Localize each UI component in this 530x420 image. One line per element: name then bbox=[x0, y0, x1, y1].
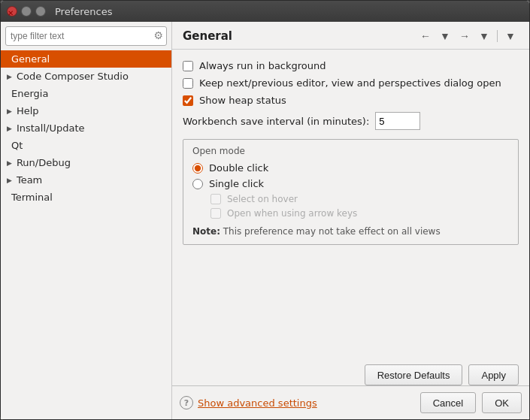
keep-editor-row: Keep next/previous editor, view and pers… bbox=[183, 77, 519, 89]
maximize-button[interactable] bbox=[35, 6, 46, 17]
menu-button[interactable]: ▼ bbox=[502, 28, 519, 44]
double-click-radio[interactable] bbox=[192, 163, 203, 174]
restore-defaults-button[interactable]: Restore Defaults bbox=[365, 364, 463, 385]
note-prefix: Note: bbox=[192, 226, 220, 237]
filter-box: ⚙ bbox=[5, 26, 167, 46]
open-arrow-row: Open when using arrow keys bbox=[210, 208, 509, 219]
open-arrow-label: Open when using arrow keys bbox=[227, 208, 357, 219]
always-run-bg-label: Always run in background bbox=[199, 60, 326, 71]
sidebar-item-label: Terminal bbox=[11, 192, 53, 203]
sidebar-item-label: Energia bbox=[11, 88, 48, 99]
restore-apply-row: Restore Defaults Apply bbox=[172, 360, 529, 385]
help-icon[interactable]: ? bbox=[180, 396, 193, 409]
toolbar-separator bbox=[497, 30, 498, 42]
keep-editor-label: Keep next/previous editor, view and pers… bbox=[199, 77, 501, 89]
sidebar-item-terminal[interactable]: Terminal bbox=[1, 189, 171, 206]
preferences-window: ✕ Preferences ⚙ General ▶ Code Composer … bbox=[0, 0, 530, 420]
expand-arrow-icon: ▶ bbox=[7, 107, 12, 115]
double-click-row: Double click bbox=[192, 162, 509, 174]
keep-editor-checkbox[interactable] bbox=[183, 78, 193, 89]
expand-arrow-icon: ▶ bbox=[7, 177, 12, 184]
show-heap-label: Show heap status bbox=[199, 95, 286, 106]
panel-header: General ← ▼ → ▼ ▼ bbox=[172, 22, 529, 50]
sidebar-item-help[interactable]: ▶ Help bbox=[1, 102, 171, 119]
filter-input[interactable] bbox=[5, 26, 167, 46]
window-controls: ✕ bbox=[7, 6, 46, 17]
sidebar-item-label: Run/Debug bbox=[17, 157, 71, 168]
expand-arrow-icon: ▶ bbox=[7, 73, 12, 80]
main-content: ⚙ General ▶ Code Composer Studio Energia… bbox=[1, 22, 529, 419]
single-click-radio[interactable] bbox=[192, 179, 203, 189]
footer: ? Show advanced settings Cancel OK bbox=[172, 385, 529, 419]
sidebar-item-code-composer[interactable]: ▶ Code Composer Studio bbox=[1, 68, 171, 85]
workbench-row: Workbench save interval (in minutes): bbox=[183, 112, 519, 130]
workbench-label: Workbench save interval (in minutes): bbox=[183, 116, 369, 127]
sidebar-item-label: Install/Update bbox=[17, 122, 85, 134]
open-mode-group: Open mode Double click Single click S bbox=[183, 139, 519, 245]
sidebar-item-general[interactable]: General bbox=[1, 50, 171, 68]
sidebar-item-label: Help bbox=[17, 105, 39, 116]
close-button[interactable]: ✕ bbox=[7, 6, 17, 17]
titlebar: ✕ Preferences bbox=[1, 1, 529, 22]
filter-icon: ⚙ bbox=[153, 29, 163, 41]
panel-body: Always run in background Keep next/previ… bbox=[172, 50, 529, 360]
sidebar-item-install-update[interactable]: ▶ Install/Update bbox=[1, 119, 171, 137]
back-button[interactable]: ← bbox=[417, 28, 434, 44]
sidebar-item-energia[interactable]: Energia bbox=[1, 85, 171, 102]
note-row: Note: This preference may not take effec… bbox=[192, 226, 509, 237]
sidebar-item-run-debug[interactable]: ▶ Run/Debug bbox=[1, 154, 171, 171]
sidebar-item-label: Code Composer Studio bbox=[17, 71, 129, 82]
expand-arrow-icon: ▶ bbox=[7, 159, 12, 167]
forward-dropdown-button[interactable]: ▼ bbox=[476, 28, 492, 44]
window-title: Preferences bbox=[55, 6, 523, 17]
double-click-label: Double click bbox=[209, 162, 268, 174]
single-click-label: Single click bbox=[209, 178, 264, 189]
note-text: This preference may not take effect on a… bbox=[220, 226, 441, 237]
sidebar-item-label: Qt bbox=[11, 140, 23, 151]
right-panel: General ← ▼ → ▼ ▼ Always run in backgrou… bbox=[172, 22, 529, 419]
footer-left: ? Show advanced settings bbox=[180, 396, 317, 409]
select-on-hover-label: Select on hover bbox=[227, 194, 298, 204]
single-click-row: Single click bbox=[192, 178, 509, 189]
panel-toolbar: ← ▼ → ▼ ▼ bbox=[417, 28, 519, 44]
select-on-hover-row: Select on hover bbox=[210, 194, 509, 204]
sidebar-item-label: General bbox=[11, 53, 50, 65]
open-arrow-checkbox bbox=[210, 208, 221, 219]
expand-arrow-icon: ▶ bbox=[7, 125, 12, 132]
panel-title: General bbox=[183, 29, 232, 43]
always-run-bg-checkbox[interactable] bbox=[183, 61, 193, 71]
open-mode-title: Open mode bbox=[192, 146, 509, 156]
apply-button[interactable]: Apply bbox=[468, 364, 519, 385]
ok-button[interactable]: OK bbox=[482, 392, 522, 413]
show-heap-checkbox[interactable] bbox=[183, 95, 193, 106]
select-on-hover-checkbox bbox=[210, 194, 221, 204]
sidebar-item-qt[interactable]: Qt bbox=[1, 137, 171, 154]
forward-button[interactable]: → bbox=[456, 28, 473, 44]
minimize-button[interactable] bbox=[21, 6, 32, 17]
show-heap-row: Show heap status bbox=[183, 95, 519, 106]
workbench-input[interactable] bbox=[375, 112, 420, 130]
sidebar-item-label: Team bbox=[17, 174, 42, 186]
back-dropdown-button[interactable]: ▼ bbox=[437, 28, 453, 44]
always-run-bg-row: Always run in background bbox=[183, 60, 519, 71]
sidebar: ⚙ General ▶ Code Composer Studio Energia… bbox=[1, 22, 172, 419]
sidebar-item-team[interactable]: ▶ Team bbox=[1, 171, 171, 189]
cancel-button[interactable]: Cancel bbox=[420, 392, 476, 413]
ok-cancel-row: Cancel OK bbox=[420, 392, 522, 413]
advanced-settings-link[interactable]: Show advanced settings bbox=[198, 397, 317, 409]
